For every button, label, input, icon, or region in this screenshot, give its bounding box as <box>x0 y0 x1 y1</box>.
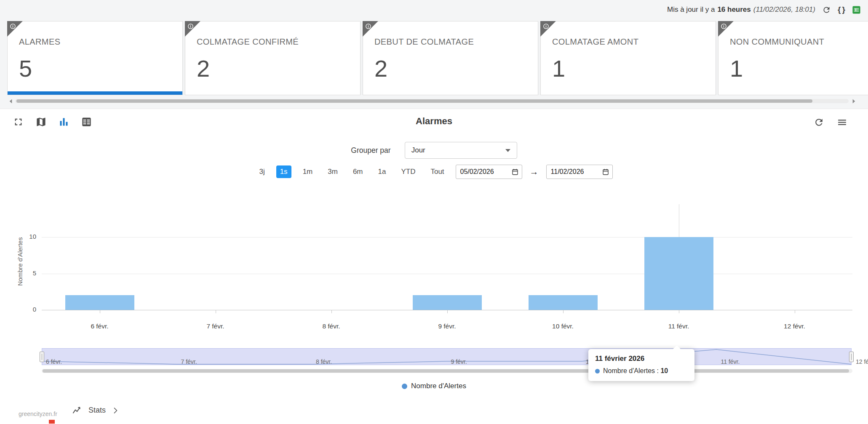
bar-10-f-vr[interactable] <box>529 295 598 310</box>
navigator-label-12-f-vr: 12 févr. <box>856 358 868 365</box>
info-icon[interactable] <box>365 23 371 29</box>
stats-label: Stats <box>88 406 106 415</box>
tooltip-series-row: Nombre d'Alertes : 10 <box>595 367 688 375</box>
card-value: 1 <box>552 57 716 80</box>
card-title: NON COMMUNIQUANT <box>730 37 868 47</box>
navigator-label-7-f-vr: 7 févr. <box>181 358 197 365</box>
gridline-10 <box>42 237 852 237</box>
brand-text: greencityzen.fr <box>19 411 57 417</box>
navigator-left-handle[interactable] <box>40 352 44 362</box>
x-axis-tick <box>563 310 564 313</box>
stats-button[interactable]: Stats <box>72 405 120 416</box>
bar-6-f-vr[interactable] <box>65 295 134 310</box>
last-updated-timestamp: (11/02/2026, 18:01) <box>753 5 815 14</box>
legend-marker-icon <box>402 384 407 389</box>
card-value: 1 <box>730 57 868 80</box>
x-axis-label-9-f-vr: 9 févr. <box>418 323 477 330</box>
scroll-right-icon[interactable] <box>850 98 857 104</box>
bar-9-f-vr[interactable] <box>413 295 482 310</box>
y-axis-tick-0: 0 <box>14 306 36 313</box>
navigator-scrollbar-thumb[interactable] <box>43 369 849 373</box>
kpi-card-colmatage-confirm[interactable]: COLMATAGE CONFIRMÉ2 <box>185 21 361 95</box>
chevron-right-icon[interactable] <box>111 406 120 415</box>
card-title: DEBUT DE COLMATAGE <box>374 37 538 47</box>
chart-panel: Alarmes Grouper par Jour 3j1s1m3m6m1aYTD… <box>0 109 868 424</box>
tooltip-series-label: Nombre d'Alertes : 10 <box>603 367 668 375</box>
scroll-left-icon[interactable] <box>8 98 14 104</box>
refresh-icon[interactable] <box>822 5 831 14</box>
x-axis-label-10-f-vr: 10 févr. <box>534 323 593 330</box>
info-icon[interactable] <box>10 23 16 29</box>
tooltip-title: 11 février 2026 <box>595 355 688 363</box>
kpi-card-debut-de-colmatage[interactable]: DEBUT DE COLMATAGE2 <box>363 21 538 95</box>
card-selected-indicator <box>8 91 182 95</box>
navigator-label-6-f-vr: 6 févr. <box>46 358 62 365</box>
last-updated-text: Mis à jour il y a 16 heures (11/02/2026,… <box>667 5 815 14</box>
cards-scrollbar <box>0 97 868 105</box>
card-title: COLMATAGE AMONT <box>552 37 716 47</box>
x-axis-label-11-f-vr: 11 févr. <box>649 323 708 330</box>
x-axis-tick <box>100 310 100 313</box>
x-axis-tick <box>795 310 795 313</box>
code-braces-icon[interactable]: { } <box>838 5 845 14</box>
navigator-label-11-f-vr: 11 févr. <box>721 358 740 365</box>
x-axis-tick <box>679 310 679 313</box>
navigator-label-8-f-vr: 8 févr. <box>316 358 332 365</box>
x-axis-label-12-f-vr: 12 févr. <box>765 323 824 330</box>
bar-chart: Nombre d'Alertes 05106 févr.7 févr.8 fév… <box>0 109 868 424</box>
info-icon[interactable] <box>187 23 194 29</box>
x-axis-tick <box>447 310 448 313</box>
x-axis-tick <box>216 310 216 313</box>
kpi-card-non-communiquant[interactable]: NON COMMUNIQUANT1 <box>718 21 868 95</box>
red-indicator <box>49 420 55 424</box>
y-axis-title: Nombre d'Alertes <box>16 237 24 285</box>
y-axis-tick-10: 10 <box>14 233 36 240</box>
navigator-label-9-f-vr: 9 févr. <box>451 358 467 365</box>
legend-label: Nombre d'Alertes <box>411 382 466 390</box>
cards-scrollbar-track[interactable] <box>15 99 849 103</box>
card-title: COLMATAGE CONFIRMÉ <box>197 37 360 47</box>
last-updated-value: 16 heures <box>717 5 750 14</box>
spreadsheet-icon[interactable] <box>852 5 861 15</box>
topbar: Mis à jour il y a 16 heures (11/02/2026,… <box>0 0 868 19</box>
info-icon[interactable] <box>721 23 727 29</box>
navigator-right-handle[interactable] <box>849 352 854 362</box>
x-axis-label-6-f-vr: 6 févr. <box>70 323 129 330</box>
x-axis-tick <box>331 310 332 313</box>
x-axis-label-8-f-vr: 8 févr. <box>302 323 361 330</box>
kpi-card-alarmes[interactable]: ALARMES5 <box>7 21 183 95</box>
cards-scrollbar-thumb[interactable] <box>16 99 812 103</box>
card-title: ALARMES <box>19 37 182 47</box>
info-icon[interactable] <box>543 23 549 29</box>
navigator-scrollbar[interactable] <box>42 369 852 373</box>
card-value: 2 <box>197 57 360 80</box>
card-value: 5 <box>19 57 182 80</box>
chart-legend[interactable]: Nombre d'Alertes <box>0 382 868 390</box>
last-updated-prefix: Mis à jour il y a <box>667 5 715 14</box>
chart-tooltip: 11 février 2026 Nombre d'Alertes : 10 <box>588 349 694 381</box>
stats-chart-icon <box>72 405 83 416</box>
bar-11-f-vr[interactable] <box>644 237 713 310</box>
y-axis-tick-5: 5 <box>14 269 36 277</box>
series-marker-icon <box>595 369 600 373</box>
kpi-card-colmatage-amont[interactable]: COLMATAGE AMONT1 <box>540 21 716 95</box>
x-axis-label-7-f-vr: 7 févr. <box>186 323 245 330</box>
kpi-cards: ALARMES5COLMATAGE CONFIRMÉ2DEBUT DE COLM… <box>7 21 868 95</box>
card-value: 2 <box>374 57 538 80</box>
gridline-5 <box>42 274 852 274</box>
